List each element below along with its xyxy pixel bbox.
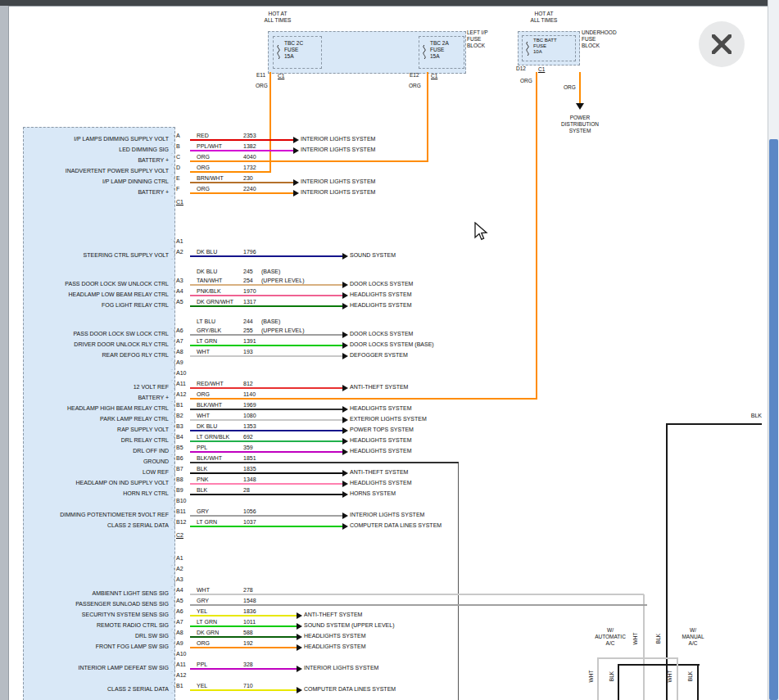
wire-circuit-label: 1548 (243, 598, 256, 604)
fuse-tbc-2a-box: TBC 2A FUSE 15A (419, 36, 464, 69)
hot-at-line: HOT AT (255, 11, 301, 17)
wire-line (190, 150, 293, 151)
close-icon (712, 34, 731, 54)
wiring-diagram-viewer: HOT AT ALL TIMES TBC 2C FUSE 15A TBC 2A … (0, 0, 779, 700)
wire-line (190, 440, 342, 442)
fuse-amps: 10A (533, 49, 557, 55)
hot-at-all-times-label: HOT AT ALL TIMES (521, 11, 567, 24)
block-label-line: FUSE (582, 36, 617, 43)
system-arrow-icon (293, 179, 299, 186)
system-arrow-icon (342, 406, 348, 413)
system-label: ANTI-THEFT SYSTEM (350, 384, 408, 391)
pin-label: A9 (176, 359, 183, 366)
pin-label: C (176, 154, 180, 160)
signal-label: HEADLAMP LOW BEAM RELAY CTRL (25, 291, 169, 298)
wire-color-label: BRN/WHT (197, 175, 224, 182)
wire-line (190, 139, 293, 141)
pin-label: B6 (176, 455, 183, 462)
system-label: DOOR LOCKS SYSTEM (BASE) (350, 341, 434, 348)
system-label: POWER TOPS SYSTEM (350, 427, 414, 433)
wire-color-label: ORG (197, 391, 210, 398)
wire-blk-horizontal (667, 423, 762, 425)
wire-line (190, 472, 342, 474)
wire-color-label: PPL/WHT (197, 143, 222, 150)
wire-circuit-label: 1382 (243, 143, 256, 150)
signal-label: LOW REF (25, 469, 169, 476)
wire-circuit-label: 254 (243, 278, 253, 284)
wire-tag-blk: BLK (687, 666, 694, 686)
wire-color-label: LT GRN (197, 619, 217, 625)
wire-ground-vertical (458, 463, 459, 700)
pin-label: A7 (176, 338, 183, 345)
signal-label: HORN RLY CTRL (25, 490, 169, 497)
fuse-kind: FUSE (284, 47, 303, 53)
system-label: HEADLIGHTS SYSTEM (350, 302, 411, 309)
pin-label: A12 (176, 672, 186, 679)
wire-line (190, 604, 647, 606)
block-label-line: BLOCK (582, 43, 617, 49)
vertical-scrollbar-thumb[interactable] (769, 139, 778, 700)
system-arrow-icon (293, 137, 299, 143)
wire-line (190, 430, 342, 431)
wire-color-org: ORG (564, 84, 576, 91)
close-button[interactable] (699, 21, 745, 67)
wire-color-alt: LT BLU (197, 318, 215, 325)
pin-label: E (176, 175, 180, 182)
wire-line (190, 284, 342, 286)
wire-line (190, 594, 644, 595)
system-label: HEADLIGHTS SYSTEM (304, 633, 365, 639)
wire-line (190, 451, 342, 453)
fuse-kind: FUSE (533, 43, 557, 49)
hot-at-line: HOT AT (521, 11, 567, 17)
wire-circuit-label: 1011 (243, 619, 256, 625)
wire-circuit-label: 1835 (243, 466, 256, 472)
pin-label: A2 (176, 249, 183, 255)
signal-label: BATTERY + (25, 395, 169, 401)
wire-line (190, 625, 297, 627)
pin-label: A6 (176, 608, 183, 615)
wire-color-label: LT GRN (197, 519, 217, 526)
system-arrow-icon (342, 303, 348, 309)
conn-ref-c1: C1 (278, 73, 284, 79)
system-arrow-icon (293, 147, 299, 154)
wire-circuit-label: 255 (243, 327, 253, 334)
fuse-icon (275, 45, 282, 59)
wire-wht-manual-vertical (677, 657, 678, 700)
pin-d12: D12 (516, 65, 526, 72)
with-automatic-ac-label: W/ AUTOMATIC A/C (586, 627, 635, 647)
wire-color-label: ORG (197, 640, 210, 647)
conn-ref-c1: C1 (431, 73, 437, 79)
signal-label: INTERIOR LAMP DEFEAT SW SIG (25, 665, 169, 671)
wire-line (190, 192, 293, 194)
pin-label: A1 (176, 555, 183, 562)
signal-label: RAP SUPPLY VOLT (25, 427, 169, 433)
wire-color-label: GRY/BLK (197, 327, 221, 334)
wire-tag-wht: WHT (667, 666, 673, 686)
wire-circuit-label: 359 (243, 445, 253, 451)
ac-label-line: A/C (668, 640, 718, 647)
pin-label: A8 (176, 630, 183, 636)
wire-circuit-label: 710 (243, 683, 253, 689)
wire-color-label: BLK/WHT (197, 455, 222, 462)
wire-circuit-label: 2353 (243, 133, 256, 139)
pin-label: B2 (176, 413, 183, 419)
wire-color-label: BLK/WHT (197, 402, 222, 409)
wire-color-org: ORG (409, 83, 421, 89)
pin-label: A3 (176, 576, 183, 583)
wire-color-label: WHT (197, 413, 210, 419)
pin-label: A12 (176, 391, 186, 398)
fuse-amps: 15A (430, 53, 449, 60)
wire-color-label: DK BLU (197, 249, 217, 255)
system-arrow-icon (342, 438, 348, 445)
wire-org-e11-vertical (269, 72, 271, 173)
pds-line: POWER (550, 115, 609, 121)
system-label: COMPUTER DATA LINES SYSTEM (350, 522, 442, 529)
wire-color-label: PPL (197, 662, 207, 668)
pin-label: B9 (176, 487, 183, 494)
signal-label: DRL SW SIG (25, 633, 169, 639)
ac-label-line: W/ (586, 627, 635, 634)
wire-wht-vertical (643, 594, 645, 700)
ac-label-line: MANUAL (668, 634, 718, 640)
wire-blk-auto-vertical (618, 664, 619, 700)
signal-label: BATTERY + (25, 189, 169, 196)
